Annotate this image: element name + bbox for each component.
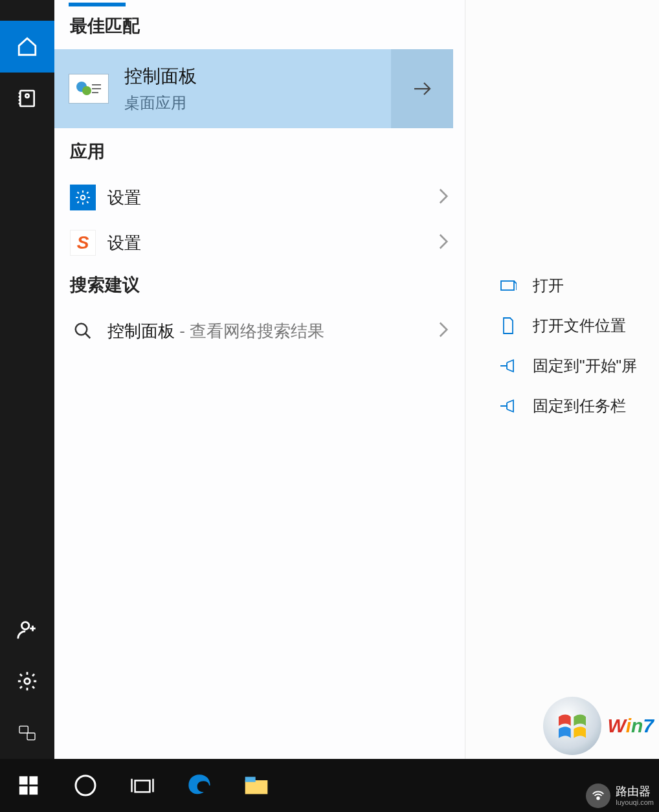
svg-rect-17 [19, 786, 28, 795]
svg-rect-4 [19, 726, 28, 733]
open-icon [498, 278, 519, 293]
chevron-right-icon [438, 321, 449, 341]
svg-rect-21 [245, 780, 268, 794]
best-match-title: 控制面板 [124, 64, 391, 89]
action-pin-start[interactable]: 固定到"开始"屏 [465, 346, 659, 386]
folder-icon [243, 774, 269, 796]
watermark-brand: 路由器 [616, 785, 654, 798]
action-label: 打开文件位置 [533, 315, 626, 336]
suggestion-label: 控制面板 - 查看网络搜索结果 [107, 320, 438, 343]
watermark-win7: Win7 [543, 697, 654, 755]
windows7-orb-icon [543, 697, 601, 755]
svg-rect-8 [92, 84, 101, 85]
svg-rect-5 [27, 733, 35, 740]
expand-arrow-button[interactable] [391, 49, 453, 128]
action-open[interactable]: 打开 [465, 265, 659, 306]
people-icon [17, 723, 38, 743]
filter-tabs [54, 0, 465, 10]
pin-icon [498, 359, 519, 373]
watermark-text: Win7 [608, 715, 654, 737]
windows-icon [17, 774, 39, 796]
svg-point-3 [25, 679, 30, 684]
app-result-settings[interactable]: 设置 [54, 175, 465, 220]
nav-settings[interactable] [0, 655, 54, 707]
nav-contacts[interactable] [0, 73, 54, 124]
folder-icon [498, 317, 519, 335]
chevron-right-icon [438, 187, 449, 208]
svg-rect-10 [92, 92, 98, 93]
action-open-location[interactable]: 打开文件位置 [465, 306, 659, 346]
search-icon [70, 318, 96, 344]
task-view-button[interactable] [114, 759, 171, 812]
cortana-button[interactable] [57, 759, 114, 812]
start-sidebar [0, 0, 54, 812]
pin-icon [498, 399, 519, 413]
app-label: 设置 [107, 186, 438, 209]
watermark-router: 路由器 luyouqi.com [586, 784, 654, 808]
svg-point-12 [76, 324, 87, 335]
control-panel-icon [69, 74, 109, 104]
svg-point-19 [76, 776, 95, 795]
search-results-panel: 最佳匹配 控制面板 桌面应用 应用 设置 S 设置 [54, 0, 465, 812]
taskbar [0, 759, 659, 812]
svg-point-23 [597, 797, 599, 800]
nav-account[interactable] [0, 603, 54, 655]
action-pin-taskbar[interactable]: 固定到任务栏 [465, 386, 659, 426]
active-tab-indicator [69, 3, 126, 6]
action-label: 打开 [533, 275, 564, 296]
explorer-button[interactable] [228, 759, 285, 812]
svg-rect-22 [245, 777, 256, 782]
settings-icon [70, 185, 96, 210]
best-match-subtitle: 桌面应用 [124, 93, 391, 113]
svg-rect-9 [92, 88, 101, 89]
section-best-match: 最佳匹配 [54, 10, 465, 49]
svg-point-11 [81, 196, 85, 200]
best-match-result[interactable]: 控制面板 桌面应用 [54, 49, 453, 128]
preview-pane: 打开 打开文件位置 固定到"开始"屏 固定到任务栏 [465, 0, 659, 812]
svg-rect-14 [501, 281, 514, 290]
section-apps: 应用 [54, 128, 465, 175]
watermark-domain: luyouqi.com [616, 798, 654, 806]
svg-rect-15 [19, 776, 28, 785]
edge-icon [186, 773, 212, 798]
web-search-suggestion[interactable]: 控制面板 - 查看网络搜索结果 [54, 308, 465, 354]
svg-rect-18 [29, 786, 38, 795]
action-label: 固定到"开始"屏 [533, 355, 637, 376]
app-label: 设置 [107, 232, 438, 254]
app-result-sogou-settings[interactable]: S 设置 [54, 220, 465, 265]
gear-icon [16, 670, 38, 692]
arrow-right-icon [410, 77, 434, 100]
svg-rect-20 [135, 780, 150, 792]
svg-point-1 [25, 94, 28, 97]
edge-button[interactable] [171, 759, 228, 812]
svg-point-2 [22, 622, 29, 629]
chevron-right-icon [438, 232, 449, 253]
nav-home[interactable] [0, 21, 54, 73]
svg-rect-16 [29, 776, 38, 785]
start-button[interactable] [0, 759, 57, 812]
svg-point-7 [82, 86, 91, 95]
home-icon [16, 36, 38, 58]
task-view-icon [130, 774, 155, 796]
nav-feedback[interactable] [0, 707, 54, 759]
section-suggestions: 搜索建议 [54, 265, 465, 308]
action-label: 固定到任务栏 [533, 396, 626, 416]
router-logo-icon [586, 784, 610, 808]
contacts-icon [17, 88, 38, 109]
sogou-icon: S [70, 230, 96, 256]
person-add-icon [16, 618, 38, 640]
circle-icon [74, 774, 97, 797]
